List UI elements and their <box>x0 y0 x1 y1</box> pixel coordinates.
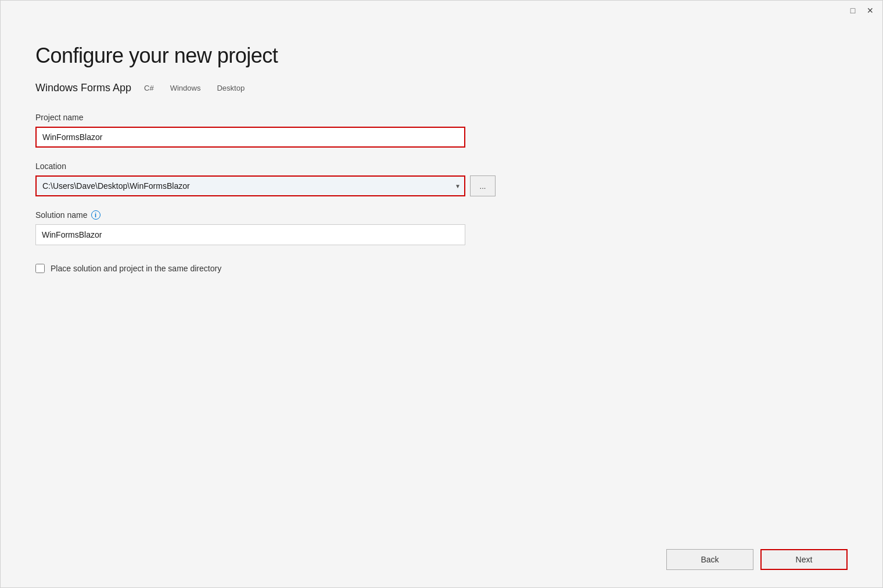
location-select-wrapper: C:\Users\Dave\Desktop\WinFormsBlazor ▼ <box>35 175 465 196</box>
same-directory-checkbox[interactable] <box>35 264 45 273</box>
footer: Back Next <box>1 537 882 587</box>
page-title: Configure your new project <box>35 44 848 68</box>
maximize-button[interactable]: □ <box>848 5 858 16</box>
title-bar: □ ✕ <box>1 1 882 20</box>
tag-desktop: Desktop <box>213 83 248 94</box>
project-name-section: Project name <box>35 113 848 148</box>
solution-name-section: Solution name i <box>35 210 848 245</box>
next-button[interactable]: Next <box>760 549 848 570</box>
location-row: C:\Users\Dave\Desktop\WinFormsBlazor ▼ .… <box>35 175 848 196</box>
content-area: Configure your new project Windows Forms… <box>1 20 882 537</box>
browse-button[interactable]: ... <box>470 175 496 196</box>
back-button[interactable]: Back <box>666 549 753 570</box>
close-button[interactable]: ✕ <box>865 5 875 16</box>
location-select[interactable]: C:\Users\Dave\Desktop\WinFormsBlazor <box>35 175 465 196</box>
same-directory-label: Place solution and project in the same d… <box>51 264 221 273</box>
project-name-label: Project name <box>35 113 848 122</box>
location-section: Location C:\Users\Dave\Desktop\WinFormsB… <box>35 162 848 196</box>
title-bar-controls: □ ✕ <box>848 5 875 16</box>
solution-name-input[interactable] <box>35 224 465 245</box>
project-type-row: Windows Forms App C# Windows Desktop <box>35 82 848 94</box>
main-window: □ ✕ Configure your new project Windows F… <box>0 0 883 588</box>
tag-windows: Windows <box>167 83 204 94</box>
solution-name-info-icon[interactable]: i <box>91 210 100 220</box>
tag-csharp: C# <box>141 83 157 94</box>
same-directory-row: Place solution and project in the same d… <box>35 264 848 273</box>
location-label: Location <box>35 162 848 171</box>
solution-name-label: Solution name i <box>35 210 848 220</box>
project-name-input[interactable] <box>35 127 465 148</box>
project-type-name: Windows Forms App <box>35 82 131 94</box>
